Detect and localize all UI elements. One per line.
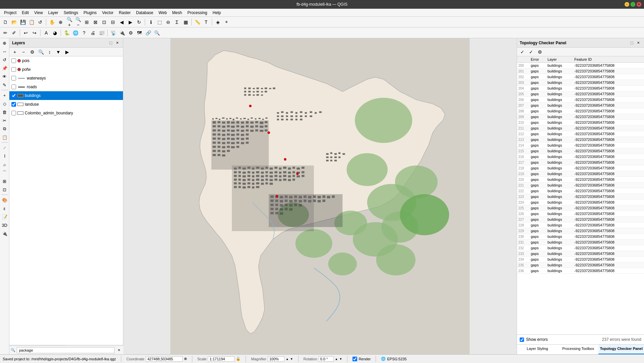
menu-layer[interactable]: Layer xyxy=(46,10,61,16)
tab-processing-toolbox[interactable]: Processing Toolbox xyxy=(558,345,599,354)
paste-features-button[interactable]: 📋 xyxy=(1,133,9,141)
expand-all-button[interactable]: ▼ xyxy=(54,48,62,56)
remove-layer-button[interactable]: − xyxy=(19,48,27,56)
select-location-button[interactable]: ◈ xyxy=(214,18,222,26)
topology-table-row[interactable]: 207 gaps buildings -9223372036854775808 xyxy=(517,103,644,108)
col-header-layer[interactable]: Layer xyxy=(545,56,572,63)
rotation-up-icon[interactable]: ▲ xyxy=(335,357,338,361)
topology-table-row[interactable]: 215 gaps buildings -9223372036854775808 xyxy=(517,148,644,154)
topology-table-row[interactable]: 231 gaps buildings -9223372036854775808 xyxy=(517,240,644,245)
menu-web[interactable]: Web xyxy=(156,10,169,16)
measure-button[interactable]: 📏 xyxy=(193,18,201,26)
undo-button[interactable]: ↩ xyxy=(22,29,30,37)
zoom-layer-button[interactable]: ⊡ xyxy=(100,18,108,26)
topology-table-row[interactable]: 216 gaps buildings -9223372036854775808 xyxy=(517,154,644,160)
digitize-line-button[interactable]: ⟋ xyxy=(1,144,9,152)
refresh-button[interactable]: ↻ xyxy=(135,18,143,26)
plugins-left-button[interactable]: 🔌 xyxy=(1,229,9,238)
topology-table-row[interactable]: 210 gaps buildings -9223372036854775808 xyxy=(517,120,644,125)
topology-table-row[interactable]: 221 gaps buildings -9223372036854775808 xyxy=(517,183,644,188)
topology-table-row[interactable]: 206 gaps buildings -9223372036854775808 xyxy=(517,97,644,103)
tab-layer-styling[interactable]: Layer Styling xyxy=(517,345,558,354)
close-button[interactable]: ✕ xyxy=(637,2,641,7)
topology-table-row[interactable]: 209 gaps buildings -9223372036854775808 xyxy=(517,114,644,120)
layer-checkbox-waterways[interactable] xyxy=(11,76,16,81)
georeferencer-button[interactable]: 🗺 xyxy=(135,29,143,37)
topology-table-row[interactable]: 208 gaps buildings -9223372036854775808 xyxy=(517,108,644,114)
layout-manager-button[interactable]: 📰 xyxy=(98,29,106,37)
delete-selected-button[interactable]: 🗑 xyxy=(1,108,9,116)
label-button[interactable]: A xyxy=(42,29,50,37)
open-layer-prop-button[interactable]: ⚙ xyxy=(28,48,36,56)
crs-item[interactable]: 🌐 EPSG:5235 xyxy=(381,357,406,361)
topology-table-row[interactable]: 226 gaps buildings -9223372036854775808 xyxy=(517,211,644,217)
move-label-button[interactable]: ↔ xyxy=(1,47,9,55)
layer-checkbox-pois[interactable] xyxy=(11,58,16,63)
map-area[interactable] xyxy=(123,38,517,354)
topology-table-row[interactable]: 234 gaps buildings -9223372036854775808 xyxy=(517,257,644,262)
menu-mesh[interactable]: Mesh xyxy=(170,10,185,16)
zoom-rubber-band-button[interactable]: ⊞ xyxy=(83,18,91,26)
layer-item-pofw[interactable]: pofw xyxy=(9,65,123,74)
col-header-error[interactable]: Error xyxy=(529,56,545,63)
topology-table-row[interactable]: 217 gaps buildings -9223372036854775808 xyxy=(517,160,644,165)
menu-raster[interactable]: Raster xyxy=(116,10,133,16)
pan-map-button[interactable]: ⊕ xyxy=(57,18,65,26)
attribute-table-button[interactable]: ▦ xyxy=(182,18,190,26)
save-project-button[interactable]: 💾 xyxy=(19,18,27,26)
layer-item-landuse[interactable]: landuse xyxy=(9,100,123,109)
topology-table-row[interactable]: 211 gaps buildings -9223372036854775808 xyxy=(517,125,644,131)
gps-button[interactable]: 📡 xyxy=(109,29,117,37)
search-input[interactable] xyxy=(17,347,115,353)
menu-database[interactable]: Database xyxy=(133,10,156,16)
menu-help[interactable]: Help xyxy=(210,10,224,16)
topology-table-row[interactable]: 224 gaps buildings -9223372036854775808 xyxy=(517,200,644,205)
layer-item-Colombo_admin_boundary[interactable]: Colombo_admin_boundary xyxy=(9,109,123,117)
topology-validate-extent-button[interactable]: ✓ xyxy=(527,48,535,56)
layers-panel-float-button[interactable]: ⬚ xyxy=(108,40,114,46)
tab-topology-checker[interactable]: Topology Checker Panel xyxy=(598,345,644,354)
show-errors-checkbox[interactable] xyxy=(520,338,524,342)
layers-panel-close-button[interactable]: ✕ xyxy=(114,40,120,46)
magnifier-down-icon[interactable]: ▼ xyxy=(290,357,293,361)
topology-table-row[interactable]: 219 gaps buildings -9223372036854775808 xyxy=(517,171,644,177)
add-feature-button[interactable]: + xyxy=(1,91,9,99)
style-manager-button[interactable]: 🎨 xyxy=(1,196,9,204)
change-label-button[interactable]: ✎ xyxy=(1,81,9,89)
layer-item-pois[interactable]: pois xyxy=(9,56,123,65)
layer-checkbox-landuse[interactable] xyxy=(11,102,16,107)
reshape-button[interactable]: ⌕ xyxy=(1,160,9,168)
cut-features-button[interactable]: ✂ xyxy=(1,116,9,124)
help-button[interactable]: ? xyxy=(80,29,88,37)
settings2-button[interactable]: ⚙ xyxy=(127,29,135,37)
topology-table-row[interactable]: 205 gaps buildings -9223372036854775808 xyxy=(517,91,644,97)
topology-table-row[interactable]: 222 gaps buildings -9223372036854775808 xyxy=(517,188,644,194)
topology-table-row[interactable]: 201 gaps buildings -9223372036854775808 xyxy=(517,68,644,74)
topology-table-row[interactable]: 214 gaps buildings -9223372036854775808 xyxy=(517,143,644,148)
digitize-button[interactable]: ✐ xyxy=(10,29,18,37)
topology-validate-button[interactable]: ✓ xyxy=(518,48,526,56)
zoom-last-button[interactable]: ◀ xyxy=(118,18,126,26)
expression-button[interactable]: ε xyxy=(1,204,9,212)
collapse-all-button[interactable]: ▶ xyxy=(63,48,71,56)
zoom-full-button[interactable]: ⊠ xyxy=(91,18,100,26)
topology-table-row[interactable]: 204 gaps buildings -9223372036854775808 xyxy=(517,86,644,91)
select-button[interactable]: ⬚ xyxy=(155,18,164,26)
topology-table-row[interactable]: 230 gaps buildings -9223372036854775808 xyxy=(517,234,644,240)
topology-table-row[interactable]: 218 gaps buildings -9223372036854775808 xyxy=(517,165,644,171)
scale-input[interactable] xyxy=(208,356,235,362)
layer-checkbox-buildings[interactable] xyxy=(11,93,16,98)
layer-checkbox-pofw[interactable] xyxy=(11,67,16,72)
magnifier-up-icon[interactable]: ▲ xyxy=(286,357,289,361)
pan-button[interactable]: ✋ xyxy=(48,18,56,26)
menu-processing[interactable]: Processing xyxy=(185,10,210,16)
layer-item-roads[interactable]: roads xyxy=(9,83,123,91)
topology-table-row[interactable]: 235 gaps buildings -9223372036854775808 xyxy=(517,262,644,268)
layer-order-button[interactable]: ↕ xyxy=(46,48,54,56)
topology-table-row[interactable]: 220 gaps buildings -9223372036854775808 xyxy=(517,177,644,183)
new-project-button[interactable]: 🗋 xyxy=(1,18,9,26)
topology-table-row[interactable]: 232 gaps buildings -9223372036854775808 xyxy=(517,245,644,251)
python-console-button[interactable]: 🐍 xyxy=(63,29,71,37)
topology-table-row[interactable]: 200 gaps buildings -9223372036854775808 xyxy=(517,63,644,68)
statistics-button[interactable]: Σ xyxy=(173,18,181,26)
